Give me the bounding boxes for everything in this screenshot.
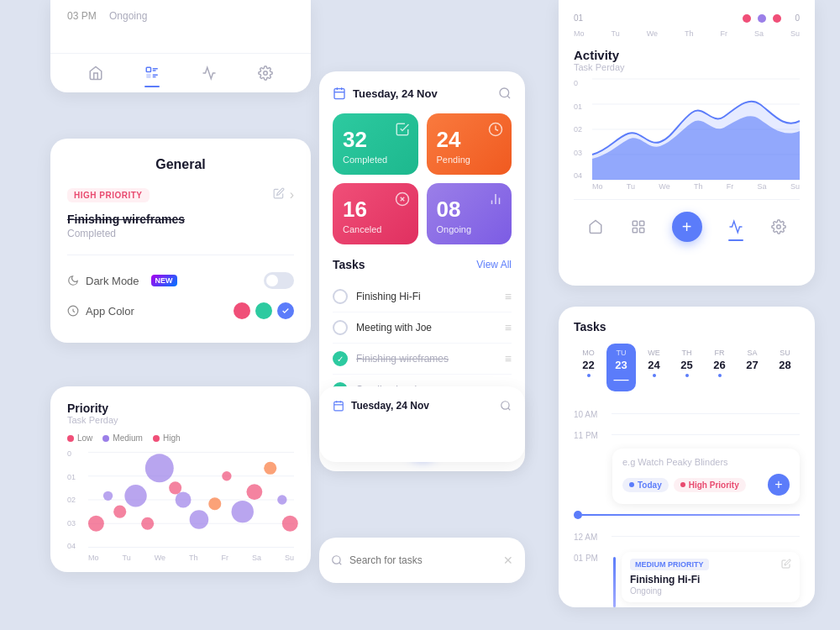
bar-chart-icon <box>488 192 503 207</box>
slot-12am: 12 AM <box>574 526 800 547</box>
nav-list-icon[interactable] <box>143 64 161 82</box>
tag-today[interactable]: Today <box>622 478 669 492</box>
search-icon[interactable] <box>498 87 512 100</box>
act-nav-list[interactable] <box>629 218 648 236</box>
svg-point-17 <box>176 492 192 508</box>
cal-num-tu: 23 <box>615 359 627 371</box>
task-check-2[interactable] <box>333 320 348 335</box>
search-card-icon <box>331 554 343 566</box>
svg-rect-0 <box>147 67 151 71</box>
nav-gear-icon[interactable] <box>256 64 275 82</box>
svg-point-26 <box>282 516 298 532</box>
ongoing-status: Ongoing <box>109 10 147 22</box>
cal-num-fr: 26 <box>713 359 725 371</box>
view-all-link[interactable]: View All <box>476 259 512 270</box>
x-axis: Mo Tu We Th Fr Sa Su <box>67 554 294 562</box>
y-axis: 04 03 02 01 0 <box>67 449 76 550</box>
cal-day-we[interactable]: WE 24 <box>639 344 669 391</box>
progress-dot <box>574 511 582 519</box>
stat-completed-label: Completed <box>343 155 408 165</box>
task-check-3[interactable]: ✓ <box>333 351 348 366</box>
tag-today-label: Today <box>638 480 662 490</box>
nav-home-icon[interactable] <box>87 64 105 82</box>
bottom-search-icon[interactable] <box>500 400 512 412</box>
edit-icon[interactable] <box>273 187 285 202</box>
cal-day-th[interactable]: TH 25 <box>672 344 701 391</box>
cal-day-tu[interactable]: TU 23 — <box>606 344 636 391</box>
cal-day-fr[interactable]: FR 26 <box>705 344 734 391</box>
activity-title: Activity <box>574 48 800 62</box>
priority-chart: 04 03 02 01 0 <box>67 449 294 550</box>
cal-num-we: 24 <box>648 359 659 371</box>
svg-point-19 <box>190 510 209 529</box>
cal-day-mo[interactable]: MO 22 <box>574 344 603 391</box>
event-priority-badge: MEDIUM PRIORITY <box>630 559 709 570</box>
cal-num-su: 28 <box>779 359 790 371</box>
popup-add-button[interactable]: + <box>768 474 790 496</box>
main-date: Tuesday, 24 Nov <box>353 87 438 100</box>
act-nav-home[interactable] <box>586 218 605 236</box>
svg-point-25 <box>277 495 286 504</box>
svg-rect-53 <box>639 221 643 225</box>
activity-x-mini: MoTuWeThFrSaSu <box>574 29 800 41</box>
cal-day-sa[interactable]: SA 27 <box>738 344 767 391</box>
app-color-text: App Color <box>86 305 134 318</box>
svg-point-21 <box>222 471 231 480</box>
mini-label-01: 01 <box>574 13 583 23</box>
act-nav-chart[interactable] <box>727 218 745 236</box>
stat-ongoing: 08 Ongoing <box>427 183 512 244</box>
svg-rect-1 <box>147 74 151 78</box>
svg-point-16 <box>145 454 174 482</box>
task-check-1[interactable] <box>333 289 348 304</box>
topleft-card: 03 PM Ongoing <box>50 0 311 92</box>
svg-point-13 <box>88 516 104 532</box>
svg-point-57 <box>333 556 340 564</box>
svg-point-63 <box>501 402 509 409</box>
task-name: Finishing wireframes <box>67 213 185 226</box>
dark-mode-toggle[interactable] <box>264 272 294 289</box>
x-circle-icon <box>395 192 410 207</box>
svg-point-28 <box>141 517 154 530</box>
cal-num-sa: 27 <box>746 359 758 371</box>
tag-today-dot <box>629 482 634 487</box>
slot-11pm: 11 PM <box>574 424 800 445</box>
cal-dot-fr <box>718 374 722 377</box>
cal-day-su[interactable]: SU 28 <box>770 344 800 391</box>
color-blue-selected[interactable] <box>277 302 294 319</box>
timeline: 10 AM 11 PM e.g Watch Peaky Blinders Tod… <box>574 403 800 607</box>
task-name-3: Finishing wireframes <box>356 353 505 365</box>
event-card: MEDIUM PRIORITY Finishing Hi-Fi Ongoing <box>622 552 800 602</box>
svg-rect-55 <box>639 228 643 233</box>
cal-dash-tu: — <box>614 371 629 386</box>
popup-placeholder: e.g Watch Peaky Blinders <box>622 457 790 467</box>
task-input-popup: e.g Watch Peaky Blinders Today High Prio… <box>612 449 800 504</box>
color-green[interactable] <box>255 302 272 319</box>
svg-point-18 <box>169 481 181 494</box>
event-container: MEDIUM PRIORITY Finishing Hi-Fi Ongoing <box>617 552 800 602</box>
tag-priority[interactable]: High Priority <box>674 478 746 492</box>
color-red[interactable] <box>234 302 250 319</box>
event-status: Ongoing <box>630 586 791 596</box>
search-tasks-input[interactable] <box>349 554 496 566</box>
nav-chart-icon[interactable] <box>200 64 218 82</box>
task-menu-1[interactable]: ≡ <box>505 290 512 303</box>
chevron-right-icon[interactable]: › <box>290 187 294 202</box>
svg-point-15 <box>124 485 146 507</box>
slot-line-12am <box>612 536 800 537</box>
task-menu-3[interactable]: ≡ <box>505 352 512 365</box>
activity-mini-top: 01 0 <box>574 10 800 29</box>
tasks-cal-card: Tasks MO 22 TU 23 — WE 24 TH 25 FR 26 SA <box>559 307 815 607</box>
activity-chart-inner <box>592 79 800 180</box>
task-menu-2[interactable]: ≡ <box>505 321 512 334</box>
calendar-icon <box>333 87 346 100</box>
act-fab[interactable]: + <box>672 212 702 242</box>
stat-completed: 32 Completed <box>333 113 418 175</box>
event-edit-icon[interactable] <box>781 559 791 570</box>
search-clear-icon[interactable]: ✕ <box>503 554 513 567</box>
svg-point-22 <box>232 501 254 522</box>
cal-num-th: 25 <box>680 359 692 371</box>
stat-canceled-label: Canceled <box>343 224 408 234</box>
divider <box>67 255 294 255</box>
legend-high: High <box>153 433 181 443</box>
act-nav-gear[interactable] <box>769 218 788 236</box>
